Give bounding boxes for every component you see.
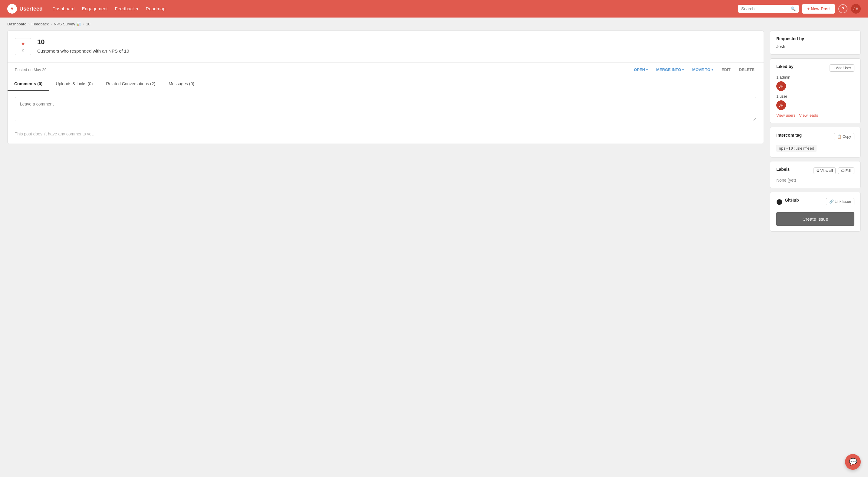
post-content: 10 Customers who responded with an NPS o… [37,38,756,54]
main-layout: ♥ 2 10 Customers who responded with an N… [0,31,868,242]
breadcrumb-sep-1: › [28,22,30,26]
breadcrumb: Dashboard › Feedback › NPS Survey 📊 › 10 [0,18,868,31]
create-issue-button[interactable]: Create Issue [776,212,855,226]
labels-actions: ⚙ View all 🏷 Edit [813,167,855,174]
liked-by-card: Liked by + Add User 1 admin JH 1 user JH… [770,58,861,123]
copy-button[interactable]: 📋 Copy [834,133,855,140]
merge-into-button[interactable]: MERGE INTO ▾ [654,66,685,73]
nav-roadmap[interactable]: Roadmap [146,6,165,11]
requested-by-card: Requested by Josh [770,31,861,55]
merge-chevron-icon: ▾ [682,68,684,71]
view-all-labels-button[interactable]: ⚙ View all [813,167,836,174]
liked-admin-section: 1 admin JH [776,75,855,91]
edit-button[interactable]: EDIT [720,66,733,73]
liked-by-title: Liked by [776,64,794,69]
breadcrumb-sep-2: › [51,22,52,26]
brand-logo[interactable]: ♥ Userfeed [7,4,43,13]
add-user-button[interactable]: + Add User [830,64,855,72]
intercom-tag-header: Intercom tag 📋 Copy [776,133,855,141]
comment-input[interactable] [15,97,756,121]
post-description: Customers who responded with an NPS of 1… [37,48,756,54]
vote-heart-icon: ♥ [22,41,25,47]
view-links: View users View leads [776,113,855,117]
breadcrumb-feedback[interactable]: Feedback [31,22,49,26]
requested-by-title: Requested by [776,36,855,41]
breadcrumb-nps-survey[interactable]: NPS Survey 📊 [54,22,81,26]
breadcrumb-current: 10 [86,22,90,26]
post-panel: ♥ 2 10 Customers who responded with an N… [7,31,764,144]
labels-title: Labels [776,167,789,172]
breadcrumb-sep-3: › [83,22,84,26]
post-date: Posted on May 29 [15,67,627,72]
intercom-tag-value: nps-10:userfeed [776,145,816,152]
user-avatar-liked[interactable]: JH [776,100,786,110]
breadcrumb-dashboard[interactable]: Dashboard [7,22,27,26]
search-input[interactable] [741,6,789,11]
user-avatar[interactable]: JH [851,4,861,13]
brand-heart-icon: ♥ [7,4,17,13]
search-box[interactable]: 🔍 [738,5,799,13]
intercom-tag-title: Intercom tag [776,133,802,138]
nav-right: 🔍 + New Post ? JH [738,4,861,13]
vote-count: 2 [22,48,24,52]
nav-engagement[interactable]: Engagement [82,6,107,11]
edit-labels-button[interactable]: 🏷 Edit [838,167,855,174]
no-comments-message: This post doesn't have any comments yet. [7,129,764,144]
github-icon: ⬤ [776,198,782,205]
tabs: Comments (0) Uploads & Links (0) Related… [7,77,764,91]
liked-by-header: Liked by + Add User [776,64,855,72]
nav-links: Dashboard Engagement Feedback ▾ Roadmap [52,6,728,11]
search-icon: 🔍 [790,6,796,11]
post-header: ♥ 2 10 Customers who responded with an N… [7,31,764,63]
github-card: ⬤ GitHub 🔗 Link Issue Create Issue [770,192,861,232]
chat-bubble[interactable]: 💬 [845,454,861,470]
comment-area [7,91,764,129]
navbar: ♥ Userfeed Dashboard Engagement Feedback… [0,0,868,18]
tab-messages[interactable]: Messages (0) [162,77,201,91]
tab-uploads[interactable]: Uploads & Links (0) [49,77,99,91]
labels-card: Labels ⚙ View all 🏷 Edit None (yet) [770,161,861,188]
labels-none: None (yet) [776,178,855,182]
nav-dashboard[interactable]: Dashboard [52,6,74,11]
open-button[interactable]: OPEN ▾ [632,66,650,73]
post-title: 10 [37,38,756,46]
open-chevron-icon: ▾ [646,68,648,71]
intercom-tag-card: Intercom tag 📋 Copy nps-10:userfeed [770,127,861,158]
brand-name: Userfeed [19,6,43,12]
nav-feedback[interactable]: Feedback ▾ [115,6,138,11]
new-post-button[interactable]: + New Post [802,4,835,13]
github-header: ⬤ GitHub 🔗 Link Issue [776,198,855,206]
github-title-group: ⬤ GitHub [776,198,799,206]
view-leads-link[interactable]: View leads [799,113,818,117]
move-to-button[interactable]: MOVE TO ▾ [690,66,715,73]
view-users-link[interactable]: View users [776,113,795,117]
vote-box[interactable]: ♥ 2 [15,38,31,55]
github-title: GitHub [785,198,799,203]
tab-conversations[interactable]: Related Conversations (2) [100,77,162,91]
move-chevron-icon: ▾ [712,68,713,71]
labels-header: Labels ⚙ View all 🏷 Edit [776,167,855,175]
delete-button[interactable]: DELETE [737,66,756,73]
help-button[interactable]: ? [838,4,847,13]
tab-comments[interactable]: Comments (0) [7,77,49,91]
liked-user-count: 1 user [776,94,855,99]
requested-by-name: Josh [776,44,855,49]
admin-avatar[interactable]: JH [776,81,786,91]
link-issue-button[interactable]: 🔗 Link Issue [826,198,855,205]
liked-user-section: 1 user JH [776,94,855,110]
post-actions: Posted on May 29 OPEN ▾ MERGE INTO ▾ MOV… [7,63,764,77]
right-panel: Requested by Josh Liked by + Add User 1 … [770,31,861,235]
liked-admin-count: 1 admin [776,75,855,79]
